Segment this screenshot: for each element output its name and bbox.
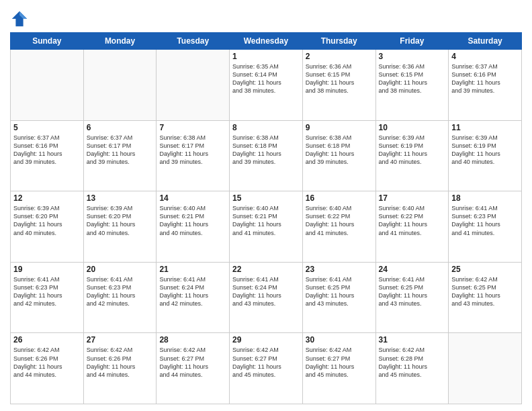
day-number: 21 <box>159 265 226 274</box>
day-info: Sunrise: 6:37 AM Sunset: 6:16 PM Dayligh… <box>451 62 519 95</box>
day-cell: 2Sunrise: 6:36 AM Sunset: 6:15 PM Daylig… <box>302 50 375 121</box>
day-cell: 12Sunrise: 6:39 AM Sunset: 6:20 PM Dayli… <box>11 191 84 263</box>
weekday-header-saturday: Saturday <box>449 33 522 50</box>
day-cell <box>11 50 84 121</box>
day-cell: 19Sunrise: 6:41 AM Sunset: 6:23 PM Dayli… <box>11 262 84 333</box>
day-info: Sunrise: 6:40 AM Sunset: 6:22 PM Dayligh… <box>379 204 446 237</box>
day-number: 7 <box>159 123 226 132</box>
day-number: 31 <box>379 335 446 345</box>
day-info: Sunrise: 6:37 AM Sunset: 6:17 PM Dayligh… <box>87 134 154 167</box>
day-info: Sunrise: 6:35 AM Sunset: 6:14 PM Dayligh… <box>232 62 300 95</box>
day-info: Sunrise: 6:41 AM Sunset: 6:23 PM Dayligh… <box>13 275 81 308</box>
page: SundayMondayTuesdayWednesdayThursdayFrid… <box>0 0 532 411</box>
day-info: Sunrise: 6:41 AM Sunset: 6:23 PM Dayligh… <box>451 204 519 237</box>
day-number: 6 <box>87 123 154 132</box>
day-info: Sunrise: 6:40 AM Sunset: 6:21 PM Dayligh… <box>232 204 300 237</box>
day-cell: 1Sunrise: 6:35 AM Sunset: 6:14 PM Daylig… <box>230 50 303 121</box>
day-number: 10 <box>379 123 446 132</box>
day-number: 20 <box>87 265 154 274</box>
day-info: Sunrise: 6:39 AM Sunset: 6:20 PM Dayligh… <box>87 204 154 237</box>
day-number: 29 <box>232 335 300 345</box>
day-number: 3 <box>379 52 446 61</box>
day-number: 15 <box>232 193 300 203</box>
day-info: Sunrise: 6:40 AM Sunset: 6:21 PM Dayligh… <box>159 204 226 237</box>
day-cell: 17Sunrise: 6:40 AM Sunset: 6:22 PM Dayli… <box>375 191 449 263</box>
day-number: 2 <box>306 52 373 61</box>
day-cell: 27Sunrise: 6:42 AM Sunset: 6:26 PM Dayli… <box>83 333 157 404</box>
weekday-header-sunday: Sunday <box>11 33 84 50</box>
day-number: 12 <box>13 193 81 203</box>
day-info: Sunrise: 6:39 AM Sunset: 6:19 PM Dayligh… <box>451 134 519 167</box>
day-cell: 24Sunrise: 6:41 AM Sunset: 6:25 PM Dayli… <box>375 262 449 333</box>
day-info: Sunrise: 6:41 AM Sunset: 6:25 PM Dayligh… <box>379 275 446 308</box>
logo <box>10 9 32 28</box>
calendar-table: SundayMondayTuesdayWednesdayThursdayFrid… <box>10 32 522 404</box>
day-cell: 26Sunrise: 6:42 AM Sunset: 6:26 PM Dayli… <box>11 333 84 404</box>
day-number: 5 <box>13 123 81 132</box>
week-row-3: 12Sunrise: 6:39 AM Sunset: 6:20 PM Dayli… <box>11 191 522 263</box>
day-number: 28 <box>159 335 226 345</box>
header <box>10 7 522 28</box>
day-cell: 25Sunrise: 6:42 AM Sunset: 6:25 PM Dayli… <box>449 262 522 333</box>
day-info: Sunrise: 6:36 AM Sunset: 6:15 PM Dayligh… <box>306 62 373 95</box>
day-cell: 5Sunrise: 6:37 AM Sunset: 6:16 PM Daylig… <box>11 120 84 191</box>
day-number: 9 <box>306 123 373 132</box>
day-cell <box>449 333 522 404</box>
day-number: 27 <box>87 335 154 345</box>
day-info: Sunrise: 6:36 AM Sunset: 6:15 PM Dayligh… <box>379 62 446 95</box>
day-cell: 13Sunrise: 6:39 AM Sunset: 6:20 PM Dayli… <box>83 191 157 263</box>
day-number: 23 <box>306 265 373 274</box>
day-info: Sunrise: 6:38 AM Sunset: 6:17 PM Dayligh… <box>159 134 226 167</box>
weekday-header-tuesday: Tuesday <box>157 33 230 50</box>
day-number: 4 <box>451 52 519 61</box>
day-info: Sunrise: 6:41 AM Sunset: 6:24 PM Dayligh… <box>159 275 226 308</box>
week-row-5: 26Sunrise: 6:42 AM Sunset: 6:26 PM Dayli… <box>11 333 522 404</box>
day-cell: 3Sunrise: 6:36 AM Sunset: 6:15 PM Daylig… <box>375 50 449 121</box>
weekday-header-friday: Friday <box>375 33 449 50</box>
day-number: 11 <box>451 123 519 132</box>
day-number: 30 <box>306 335 373 345</box>
day-number: 13 <box>87 193 154 203</box>
day-cell: 14Sunrise: 6:40 AM Sunset: 6:21 PM Dayli… <box>157 191 230 263</box>
day-info: Sunrise: 6:39 AM Sunset: 6:19 PM Dayligh… <box>379 134 446 167</box>
day-cell: 15Sunrise: 6:40 AM Sunset: 6:21 PM Dayli… <box>230 191 303 263</box>
week-row-1: 1Sunrise: 6:35 AM Sunset: 6:14 PM Daylig… <box>11 50 522 121</box>
day-number: 19 <box>13 265 81 274</box>
day-cell: 22Sunrise: 6:41 AM Sunset: 6:24 PM Dayli… <box>230 262 303 333</box>
day-number: 25 <box>451 265 519 274</box>
day-info: Sunrise: 6:38 AM Sunset: 6:18 PM Dayligh… <box>306 134 373 167</box>
weekday-header-monday: Monday <box>83 33 157 50</box>
day-cell: 30Sunrise: 6:42 AM Sunset: 6:27 PM Dayli… <box>302 333 375 404</box>
day-info: Sunrise: 6:41 AM Sunset: 6:24 PM Dayligh… <box>232 275 300 308</box>
week-row-4: 19Sunrise: 6:41 AM Sunset: 6:23 PM Dayli… <box>11 262 522 333</box>
day-cell: 11Sunrise: 6:39 AM Sunset: 6:19 PM Dayli… <box>449 120 522 191</box>
day-cell: 7Sunrise: 6:38 AM Sunset: 6:17 PM Daylig… <box>157 120 230 191</box>
day-number: 16 <box>306 193 373 203</box>
day-cell <box>157 50 230 121</box>
weekday-header-thursday: Thursday <box>302 33 375 50</box>
day-info: Sunrise: 6:42 AM Sunset: 6:28 PM Dayligh… <box>379 346 446 379</box>
day-info: Sunrise: 6:42 AM Sunset: 6:25 PM Dayligh… <box>451 275 519 308</box>
day-info: Sunrise: 6:42 AM Sunset: 6:26 PM Dayligh… <box>87 346 154 379</box>
day-cell: 28Sunrise: 6:42 AM Sunset: 6:27 PM Dayli… <box>157 333 230 404</box>
day-cell: 9Sunrise: 6:38 AM Sunset: 6:18 PM Daylig… <box>302 120 375 191</box>
day-cell: 31Sunrise: 6:42 AM Sunset: 6:28 PM Dayli… <box>375 333 449 404</box>
day-info: Sunrise: 6:42 AM Sunset: 6:27 PM Dayligh… <box>159 346 226 379</box>
day-cell: 20Sunrise: 6:41 AM Sunset: 6:23 PM Dayli… <box>83 262 157 333</box>
day-cell: 18Sunrise: 6:41 AM Sunset: 6:23 PM Dayli… <box>449 191 522 263</box>
day-cell: 29Sunrise: 6:42 AM Sunset: 6:27 PM Dayli… <box>230 333 303 404</box>
day-number: 22 <box>232 265 300 274</box>
day-number: 26 <box>13 335 81 345</box>
day-number: 24 <box>379 265 446 274</box>
day-info: Sunrise: 6:42 AM Sunset: 6:27 PM Dayligh… <box>232 346 300 379</box>
day-number: 18 <box>451 193 519 203</box>
day-info: Sunrise: 6:42 AM Sunset: 6:27 PM Dayligh… <box>306 346 373 379</box>
day-cell <box>83 50 157 121</box>
day-info: Sunrise: 6:38 AM Sunset: 6:18 PM Dayligh… <box>232 134 300 167</box>
day-info: Sunrise: 6:37 AM Sunset: 6:16 PM Dayligh… <box>13 134 81 167</box>
day-number: 8 <box>232 123 300 132</box>
day-info: Sunrise: 6:42 AM Sunset: 6:26 PM Dayligh… <box>13 346 81 379</box>
day-info: Sunrise: 6:41 AM Sunset: 6:23 PM Dayligh… <box>87 275 154 308</box>
week-row-2: 5Sunrise: 6:37 AM Sunset: 6:16 PM Daylig… <box>11 120 522 191</box>
day-number: 17 <box>379 193 446 203</box>
